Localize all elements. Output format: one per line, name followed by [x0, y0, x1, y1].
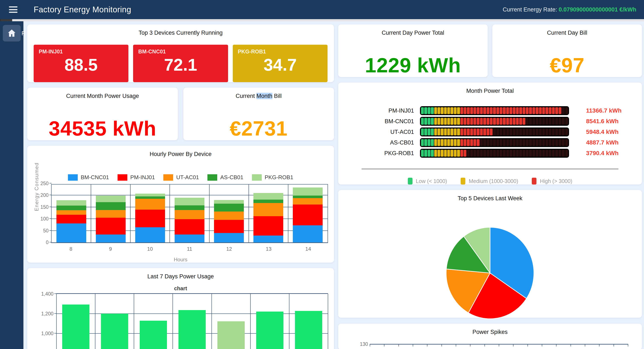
- led-cell: [480, 107, 483, 114]
- led-cell: [470, 118, 473, 125]
- pie-svg: [443, 225, 537, 321]
- led-cell: [549, 107, 552, 114]
- bar-segment-AS-CB01: [96, 202, 126, 210]
- led-cell: [476, 139, 480, 146]
- led-cell: [552, 150, 555, 157]
- scrollbar-thumb[interactable]: [0, 19, 12, 21]
- card-title: Top 3 Devices Currently Running: [27, 24, 334, 36]
- stacked-bar: [135, 194, 165, 242]
- led-cell: [558, 139, 561, 146]
- led-cell: [431, 118, 434, 125]
- led-cell: [424, 129, 427, 135]
- bar-segment-AS-CB01: [254, 200, 283, 203]
- app-title: Factory Energy Monitoring: [34, 5, 131, 14]
- led-cell: [539, 129, 542, 135]
- led-cell: [428, 129, 430, 135]
- led-cell: [434, 139, 437, 146]
- bar-column: [170, 185, 209, 242]
- led-cell: [536, 129, 538, 135]
- x-tick: [384, 344, 384, 347]
- x-tick: [484, 344, 485, 347]
- led-cell: [552, 129, 555, 135]
- card-title: Month Power Total: [338, 83, 642, 94]
- pie-chart: [338, 225, 642, 321]
- y-tick-label: 1,400: [41, 291, 54, 297]
- led-cell: [486, 129, 490, 135]
- led-cell: [562, 107, 564, 114]
- led-cell: [444, 107, 447, 114]
- led-cell: [503, 107, 506, 114]
- device-kwh-value: 4887.7 kWh: [586, 139, 619, 146]
- led-cell: [529, 139, 532, 146]
- x-tick: [556, 344, 556, 347]
- x-tick: [413, 344, 413, 347]
- led-cell: [486, 150, 490, 157]
- hamburger-menu-icon[interactable]: [9, 6, 18, 13]
- spikes-axis: 130: [338, 344, 642, 349]
- led-cell: [431, 107, 434, 114]
- led-cell: [474, 118, 476, 125]
- sidebar-home-button[interactable]: [3, 25, 21, 41]
- led-cell: [532, 150, 535, 157]
- led-cell: [526, 139, 528, 146]
- led-cell: [513, 139, 516, 146]
- device-kwh-value: 5948.4 kWh: [586, 129, 619, 135]
- stacked-bar: [175, 198, 204, 243]
- x-tick: [442, 344, 442, 347]
- led-cell: [496, 150, 499, 157]
- led-cell: [483, 139, 486, 146]
- card-month-bill: Current Month Bill €2731: [183, 88, 334, 140]
- x-tick: [398, 344, 399, 347]
- card-top5-pie: Top 5 Devices Last Week: [338, 190, 642, 318]
- legend-swatch: [461, 178, 465, 185]
- led-cell: [421, 118, 424, 125]
- month-total-legend: Low (< 1000)Medium (1000-3000)High (> 30…: [338, 178, 642, 185]
- led-cell: [542, 129, 545, 135]
- led-cell: [464, 129, 466, 135]
- home-icon: [7, 28, 16, 38]
- last7-chart-plot: 1,4001,2001,000: [56, 293, 328, 349]
- horizontal-scrollbar[interactable]: [0, 19, 644, 21]
- device-tile: PM-INJ0188.5: [34, 45, 128, 82]
- led-cell: [532, 129, 535, 135]
- led-cell: [503, 129, 506, 135]
- led-cell: [457, 118, 460, 125]
- bar-columns: [56, 294, 328, 349]
- led-cell: [493, 118, 496, 125]
- x-tick: [370, 344, 370, 347]
- stacked-bar: [293, 187, 323, 242]
- x-tick: [513, 344, 514, 347]
- x-tick: [499, 344, 499, 347]
- bar-segment-BM-CNC01: [214, 233, 244, 242]
- led-cell: [421, 129, 424, 135]
- bar-segment-BM-CNC01: [56, 223, 86, 242]
- card-title: Power Spikes: [338, 324, 642, 335]
- month-bill-value: €2731: [183, 117, 334, 140]
- led-cell: [467, 118, 470, 125]
- led-cell: [480, 129, 483, 135]
- bar-segment-PM-INJ01: [214, 220, 244, 233]
- y-tick-label: 250: [40, 181, 48, 186]
- card-power-spikes: Power Spikes 130: [338, 324, 642, 349]
- led-cell: [464, 118, 466, 125]
- y-tick-label: 100: [40, 216, 48, 222]
- bar-segment-AS-CB01: [175, 205, 204, 210]
- energy-rate: Current Energy Rate: 0.07909000000000001…: [503, 6, 636, 13]
- led-cell: [510, 107, 512, 114]
- usage-bar: [218, 321, 245, 349]
- led-cell: [565, 139, 568, 146]
- x-tick: [599, 344, 600, 347]
- led-cell: [476, 129, 480, 135]
- usage-bar: [178, 310, 206, 349]
- device-tile-name: PKG-ROB1: [238, 48, 322, 55]
- legend-item: PKG-ROB1: [252, 174, 293, 181]
- card-title: Current Day Power Total: [338, 24, 488, 36]
- led-cell: [558, 129, 561, 135]
- y-tick-label: 0: [46, 240, 48, 245]
- led-cell: [438, 139, 440, 146]
- device-tile-value: 34.7: [238, 55, 322, 75]
- led-cell: [549, 129, 552, 135]
- led-cell: [483, 150, 486, 157]
- legend-swatch: [252, 174, 262, 181]
- bar-segment-UT-AC01: [293, 198, 323, 205]
